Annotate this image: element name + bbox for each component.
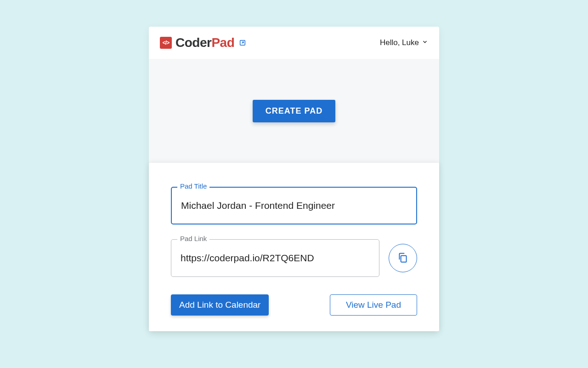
pad-link-row: Pad Link (171, 239, 417, 277)
add-link-to-calendar-button[interactable]: Add Link to Calendar (171, 294, 269, 316)
logo[interactable]: </> CoderPad (160, 35, 246, 50)
pad-title-label: Pad Title (177, 182, 209, 190)
user-greeting: Hello, Luke (380, 38, 419, 47)
user-menu[interactable]: Hello, Luke (380, 38, 428, 47)
copy-link-button[interactable] (389, 244, 417, 272)
pad-form-card: Pad Title Pad Link Add Link to Calendar … (149, 163, 439, 331)
logo-text: CoderPad (175, 35, 234, 50)
form-actions: Add Link to Calendar View Live Pad (171, 294, 417, 316)
view-live-pad-button[interactable]: View Live Pad (330, 294, 417, 316)
external-link-icon[interactable] (239, 39, 246, 46)
logo-text-part1: Coder (175, 35, 211, 50)
chevron-down-icon (422, 38, 428, 47)
logo-badge-icon: </> (160, 37, 172, 49)
pad-title-input[interactable] (171, 187, 417, 224)
pad-link-input[interactable] (171, 239, 379, 277)
header: </> CoderPad Hello, Luke (149, 27, 439, 59)
copy-icon (397, 252, 409, 265)
app-card: </> CoderPad Hello, Luke CREATE PAD (149, 27, 439, 331)
pad-link-label: Pad Link (177, 235, 209, 242)
logo-text-part2: Pad (211, 35, 234, 50)
svg-rect-1 (401, 255, 407, 262)
pad-link-field-wrap: Pad Link (171, 239, 379, 277)
pad-title-field-wrap: Pad Title (171, 187, 417, 224)
create-section: CREATE PAD (149, 59, 439, 163)
create-pad-button[interactable]: CREATE PAD (253, 100, 335, 122)
